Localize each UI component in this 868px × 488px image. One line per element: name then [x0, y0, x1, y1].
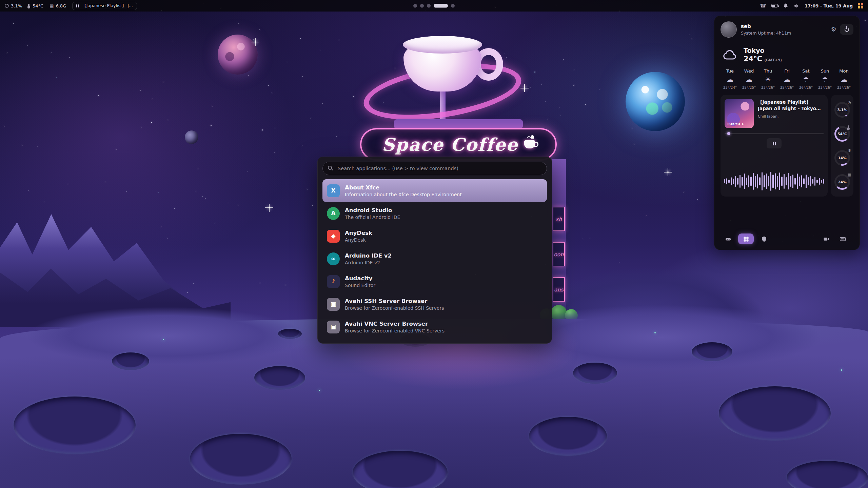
- speedometer-icon: ◔: [848, 101, 851, 104]
- forecast-day: Thu ☀ 33°/26°: [758, 68, 777, 89]
- star: [28, 190, 29, 191]
- keyboard-button[interactable]: [836, 233, 849, 244]
- app-name: Avahi VNC Server Browser: [345, 321, 445, 327]
- star: [140, 90, 141, 90]
- crater: [14, 396, 136, 454]
- waveform-bar: [801, 175, 803, 187]
- media-player: TOKYO L 【Japanese Playlist】 Japan All Ni…: [721, 95, 828, 197]
- waveform-bar: [737, 178, 738, 185]
- app-grid-icon[interactable]: [858, 3, 863, 8]
- app-icon: A: [327, 207, 340, 220]
- workspace-dot[interactable]: [434, 4, 448, 8]
- waveform-bar: [724, 179, 725, 183]
- ground-sparkle: [163, 339, 164, 340]
- app-icon: ▣: [327, 321, 340, 333]
- temperature-indicator[interactable]: 54°C: [28, 3, 43, 8]
- album-art[interactable]: TOKYO L: [725, 99, 754, 128]
- star-glint: [524, 87, 525, 89]
- apps-button[interactable]: [738, 233, 754, 244]
- cloud-icon: [722, 47, 738, 63]
- star: [141, 127, 141, 128]
- waveform-bar: [779, 172, 781, 190]
- app-name: AnyDesk: [345, 230, 372, 236]
- star: [530, 87, 531, 87]
- cpu-indicator[interactable]: 3.1%: [5, 3, 22, 8]
- app-row[interactable]: ♪ Audacity Sound Editor: [322, 270, 547, 293]
- forecast-day-label: Mon: [839, 68, 848, 74]
- phone-icon[interactable]: ☎: [760, 3, 766, 9]
- star: [211, 125, 212, 126]
- star: [4, 126, 4, 127]
- workspace-dot[interactable]: [451, 4, 455, 8]
- star: [559, 107, 559, 108]
- star: [172, 41, 173, 41]
- crater: [529, 417, 607, 456]
- star: [689, 35, 690, 35]
- memory-indicator[interactable]: ▦ 6.8G: [50, 3, 66, 8]
- star: [634, 144, 635, 144]
- weather-forecast: Tue ☁ 33°/24° Wed ☁ 35°/25° Thu ☀ 33°/26…: [721, 68, 853, 89]
- waveform-bar: [746, 178, 747, 185]
- shield-button[interactable]: [758, 233, 770, 244]
- waveform-bar: [814, 177, 816, 186]
- bell-icon[interactable]: [783, 3, 789, 9]
- pause-button[interactable]: [767, 138, 782, 148]
- power-icon: [845, 27, 849, 32]
- star: [585, 104, 586, 105]
- waveform-bar: [728, 180, 730, 183]
- forecast-day: Fri ☁ 35°/26°: [777, 68, 796, 89]
- weather-icon: ☁: [746, 76, 752, 83]
- memory-value: 6.8G: [56, 3, 66, 8]
- star: [272, 93, 272, 93]
- temperature-value: 54°C: [33, 3, 43, 8]
- app-row[interactable]: ◆ AnyDesk AnyDesk: [322, 225, 547, 247]
- waveform-bar: [792, 175, 794, 188]
- star: [167, 238, 167, 239]
- star: [573, 85, 574, 86]
- clock[interactable]: 17:09 - Tue, 19 Aug: [805, 3, 853, 8]
- settings-button[interactable]: ⚙: [831, 26, 836, 33]
- small-moon: [185, 130, 198, 144]
- gamepad-button[interactable]: [722, 233, 734, 244]
- star: [534, 72, 535, 73]
- shield-icon: [761, 236, 767, 242]
- waveform-bar: [766, 174, 767, 189]
- power-button[interactable]: [840, 24, 853, 35]
- app-description: Arduino IDE v2: [345, 260, 392, 265]
- app-row[interactable]: ▣ Avahi SSH Server Browser Browse for Ze…: [322, 293, 547, 316]
- workspace-indicator: [413, 4, 455, 8]
- app-icon: ◆: [327, 230, 340, 243]
- battery-icon[interactable]: [771, 4, 778, 7]
- workspace-dot[interactable]: [427, 4, 431, 8]
- ground-sparkle: [841, 369, 842, 371]
- star: [302, 76, 303, 77]
- crater: [573, 363, 617, 384]
- waveform-bar: [742, 177, 743, 186]
- progress-bar[interactable]: [725, 133, 824, 134]
- weather-city: Tokyo: [744, 47, 782, 54]
- volume-icon[interactable]: [794, 3, 800, 9]
- star: [599, 89, 600, 89]
- forecast-day: Mon ☁ 33°/26°: [834, 68, 853, 89]
- now-playing-widget[interactable]: 【Japanese Playlist】 J...: [72, 2, 137, 10]
- app-description: AnyDesk: [345, 237, 372, 243]
- progress-handle[interactable]: [727, 132, 730, 135]
- waveform-bar: [810, 176, 811, 186]
- app-row[interactable]: A Android Studio The official Android ID…: [322, 202, 547, 225]
- workspace-dot[interactable]: [413, 4, 417, 8]
- workspace-dot[interactable]: [420, 4, 424, 8]
- app-row[interactable]: X About Xfce Information about the Xfce …: [322, 179, 547, 202]
- waveform-bar: [726, 178, 728, 184]
- app-row[interactable]: ∞ Arduino IDE v2 Arduino IDE v2: [322, 247, 547, 270]
- quick-actions: [721, 229, 853, 244]
- star: [260, 283, 260, 283]
- star: [167, 120, 168, 120]
- screen-record-button[interactable]: [820, 233, 832, 244]
- avatar[interactable]: [721, 21, 737, 38]
- app-row[interactable]: ▣ Avahi VNC Server Browser Browse for Ze…: [322, 316, 547, 338]
- search-input[interactable]: [322, 162, 547, 175]
- waveform-bar: [744, 174, 745, 189]
- star: [205, 198, 205, 199]
- search-icon: [328, 166, 332, 170]
- star-glint: [255, 41, 256, 43]
